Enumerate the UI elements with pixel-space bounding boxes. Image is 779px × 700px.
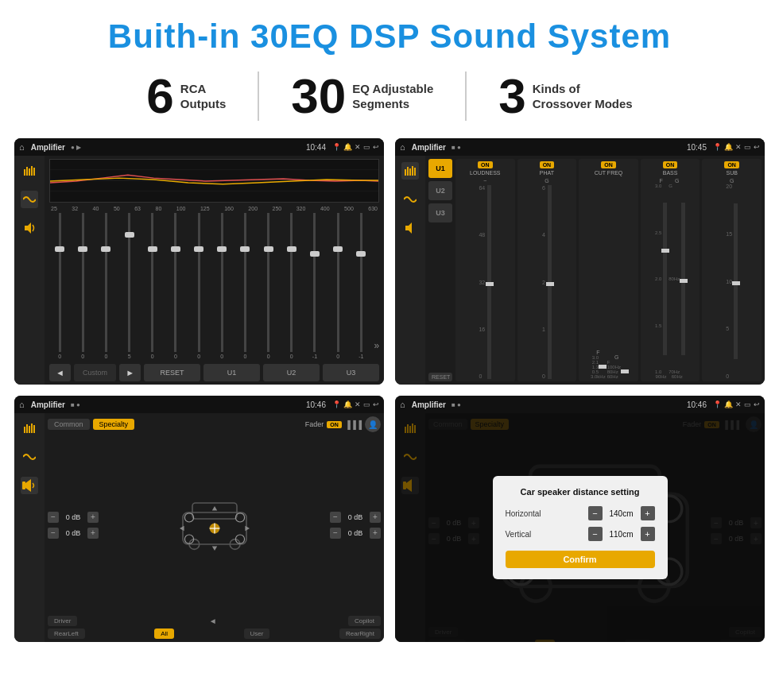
dsp-loudness-slider[interactable] bbox=[487, 185, 491, 379]
dsp-sidebar-volume[interactable] bbox=[401, 219, 419, 237]
eq-slider-7[interactable]: 0 bbox=[211, 213, 232, 359]
dsp-loudness-name: LOUDNESS bbox=[470, 170, 501, 176]
eq-slider-8[interactable]: 0 bbox=[234, 213, 255, 359]
dsp-bass-f-slider[interactable] bbox=[663, 203, 667, 355]
dsp-sidebar-eq[interactable] bbox=[401, 162, 419, 180]
dsp-cutfreq-toggle[interactable]: ON bbox=[601, 161, 616, 168]
fader-rearright-btn[interactable]: RearRight bbox=[339, 628, 381, 639]
dsp-channel-cutfreq: ON CUT FREQ F 3.02.11.30.5 bbox=[579, 159, 638, 381]
eq-u1-btn[interactable]: U1 bbox=[203, 364, 260, 381]
eq-u2-btn[interactable]: U2 bbox=[263, 364, 320, 381]
eq-u3-btn[interactable]: U3 bbox=[323, 364, 379, 381]
eq-slider-1[interactable]: 0 bbox=[72, 213, 93, 359]
fader-label: Fader bbox=[305, 420, 324, 428]
dsp-app-title: Amplifier bbox=[412, 143, 446, 152]
fader-sidebar-wave[interactable] bbox=[21, 448, 38, 466]
fader-controls-right: − 0 dB + − 0 dB + bbox=[330, 437, 381, 613]
svg-rect-4 bbox=[33, 168, 35, 176]
dsp-sidebar-wave[interactable] bbox=[401, 191, 419, 208]
dsp-left-sidebar bbox=[395, 156, 425, 385]
dialog-horizontal-plus[interactable]: + bbox=[641, 506, 655, 520]
dsp-bass-toggle[interactable]: ON bbox=[663, 161, 678, 168]
svg-rect-18 bbox=[29, 426, 30, 433]
fader-minus-3[interactable]: − bbox=[330, 512, 341, 523]
dialog-horizontal-minus[interactable]: − bbox=[588, 506, 603, 520]
fader-driver-btn[interactable]: Driver bbox=[48, 616, 77, 626]
eq-prev-btn[interactable]: ◄ bbox=[49, 364, 71, 381]
dsp-u2-btn[interactable]: U2 bbox=[428, 181, 452, 200]
distance-app-title: Amplifier bbox=[412, 400, 446, 409]
eq-screen-panel: ⌂ Amplifier ● ▶ 10:44 📍🔔✕▭↩ bbox=[14, 138, 384, 385]
stat-crossover-label: Kinds of Crossover Modes bbox=[533, 81, 633, 112]
eq-slider-10[interactable]: 0 bbox=[281, 213, 302, 359]
fader-plus-4[interactable]: + bbox=[370, 528, 381, 539]
dsp-channel-sub: ON SUB G 20151050 bbox=[702, 159, 762, 381]
eq-main-area: 253240506380100125160200250320400500630 … bbox=[45, 156, 384, 385]
fader-specialty-tab[interactable]: Specialty bbox=[93, 419, 135, 430]
dialog-horizontal-row: Horizontal − 140cm + bbox=[506, 506, 655, 520]
dialog-vertical-minus[interactable]: − bbox=[588, 527, 603, 541]
dsp-loudness-toggle[interactable]: ON bbox=[478, 161, 493, 168]
fader-plus-3[interactable]: + bbox=[370, 512, 381, 523]
dsp-reset-btn[interactable]: RESET bbox=[428, 373, 452, 381]
fader-user-btn[interactable]: User bbox=[244, 628, 270, 639]
eq-slider-12[interactable]: 0 bbox=[327, 213, 348, 359]
fader-body: − 0 dB + − 0 dB + bbox=[48, 437, 381, 613]
eq-next-btn[interactable]: ► bbox=[119, 364, 141, 381]
svg-rect-1 bbox=[26, 167, 28, 176]
dsp-sub-name: SUB bbox=[726, 170, 737, 176]
screenshots-grid: ⌂ Amplifier ● ▶ 10:44 📍🔔✕▭↩ bbox=[0, 132, 779, 648]
fader-minus-1[interactable]: − bbox=[48, 512, 59, 523]
fader-plus-2[interactable]: + bbox=[87, 528, 99, 539]
eq-slider-11[interactable]: -1 bbox=[304, 213, 325, 359]
eq-slider-2[interactable]: 0 bbox=[95, 213, 116, 359]
dsp-u3-btn[interactable]: U3 bbox=[428, 203, 452, 222]
eq-slider-6[interactable]: 0 bbox=[188, 213, 209, 359]
dialog-horizontal-label: Horizontal bbox=[506, 509, 550, 518]
eq-status-icons: 📍🔔✕▭↩ bbox=[332, 143, 379, 151]
eq-sidebar-icon-wave[interactable] bbox=[21, 191, 38, 208]
eq-slider-0[interactable]: 0 bbox=[49, 213, 70, 359]
fader-status-icons: 📍🔔✕▭↩ bbox=[332, 400, 379, 408]
eq-slider-9[interactable]: 0 bbox=[258, 213, 279, 359]
fader-val-1: 0 dB bbox=[62, 513, 84, 521]
eq-expand-btn[interactable]: » bbox=[374, 340, 379, 359]
dsp-sub-toggle[interactable]: ON bbox=[724, 161, 739, 168]
fader-sidebar-eq[interactable] bbox=[21, 420, 38, 437]
eq-sidebar-icon-eq[interactable] bbox=[21, 162, 38, 180]
eq-slider-3[interactable]: 5 bbox=[119, 213, 140, 359]
fader-profile-icon[interactable]: 👤 bbox=[365, 416, 381, 432]
fader-minus-2[interactable]: − bbox=[48, 528, 59, 539]
eq-slider-5[interactable]: 0 bbox=[165, 213, 186, 359]
fader-minus-4[interactable]: − bbox=[330, 528, 341, 539]
fader-common-tab[interactable]: Common bbox=[48, 419, 90, 430]
eq-sidebar-icon-volume[interactable] bbox=[21, 219, 38, 237]
dsp-bass-g-slider[interactable] bbox=[681, 203, 685, 355]
fader-all-btn[interactable]: All bbox=[154, 628, 174, 639]
dsp-sub-slider[interactable] bbox=[734, 203, 738, 360]
fader-car-diagram bbox=[103, 437, 325, 613]
dsp-phat-toggle[interactable]: ON bbox=[540, 161, 555, 168]
distance-dialog: Car speaker distance setting Horizontal … bbox=[493, 476, 668, 579]
eq-left-sidebar bbox=[14, 156, 45, 385]
fader-copilot-btn[interactable]: Copilot bbox=[348, 616, 381, 626]
eq-slider-13[interactable]: -1 bbox=[351, 213, 371, 359]
fader-rearleft-btn[interactable]: RearLeft bbox=[48, 628, 85, 639]
fader-db-row-3: − 0 dB + bbox=[330, 512, 381, 523]
eq-reset-btn[interactable]: RESET bbox=[144, 364, 200, 381]
dsp-home-icon: ⌂ bbox=[400, 142, 405, 152]
dsp-u1-btn[interactable]: U1 bbox=[428, 159, 452, 178]
dsp-screen-content: U1 U2 U3 RESET ON LOUDNESS ~ bbox=[395, 156, 765, 385]
stat-eq-label: EQ Adjustable Segments bbox=[352, 81, 433, 112]
dialog-vertical-plus[interactable]: + bbox=[641, 527, 655, 541]
dsp-phat-slider[interactable] bbox=[548, 185, 552, 379]
stat-eq-number: 30 bbox=[291, 72, 346, 121]
svg-rect-16 bbox=[24, 427, 25, 433]
distance-status-dots: ■ ● bbox=[452, 401, 461, 408]
fader-sidebar-speaker[interactable] bbox=[21, 477, 38, 494]
fader-plus-1[interactable]: + bbox=[87, 512, 99, 523]
confirm-button[interactable]: Confirm bbox=[506, 551, 655, 568]
dsp-cutfreq-name: CUT FREQ bbox=[595, 170, 623, 176]
eq-slider-4[interactable]: 0 bbox=[142, 213, 163, 359]
eq-time: 10:44 bbox=[306, 143, 326, 152]
